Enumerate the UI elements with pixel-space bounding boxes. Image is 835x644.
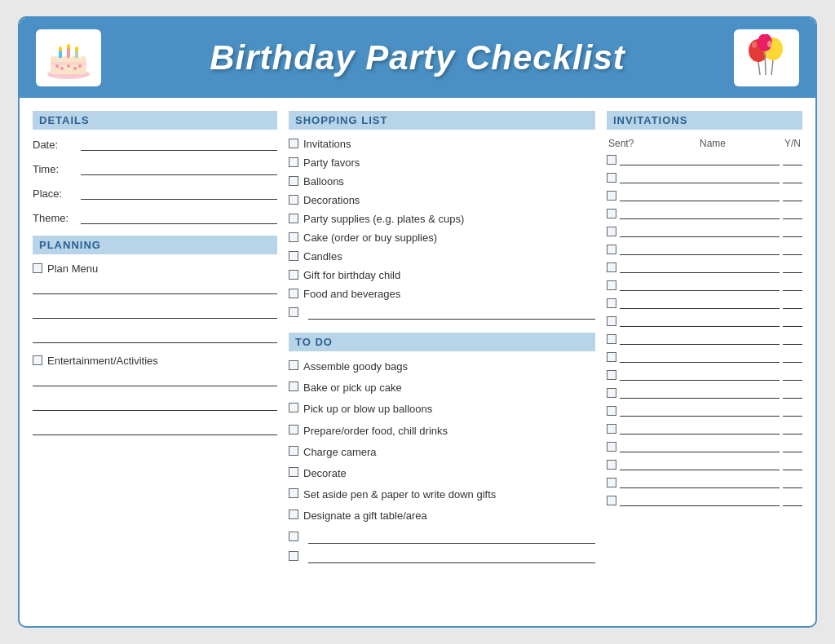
inv-yn-line-10[interactable]: [783, 333, 802, 345]
inv-name-line-8[interactable]: [620, 298, 780, 309]
inv-yn-line-3[interactable]: [783, 208, 802, 219]
todo-blank-9[interactable]: [308, 550, 595, 563]
inv-checkbox-16[interactable]: [607, 442, 616, 452]
inv-name-line-4[interactable]: [620, 226, 780, 237]
inv-checkbox-12[interactable]: [607, 370, 616, 380]
plan-menu-checkbox[interactable]: [33, 263, 42, 273]
inv-name-line-13[interactable]: [620, 387, 780, 399]
svg-line-17: [771, 60, 773, 75]
todo-checkbox-4[interactable]: [289, 446, 298, 456]
inv-checkbox-13[interactable]: [607, 388, 616, 398]
details-header: DETAILS: [33, 111, 277, 130]
todo-checkbox-0[interactable]: [289, 360, 298, 370]
inv-checkbox-8[interactable]: [607, 298, 616, 308]
shopping-checkbox-3[interactable]: [289, 195, 298, 205]
planning-blank-4[interactable]: [33, 373, 277, 386]
todo-checkbox-9[interactable]: [289, 551, 298, 561]
svg-point-8: [75, 46, 78, 51]
todo-checkbox-1[interactable]: [289, 382, 298, 391]
todo-checkbox-5[interactable]: [289, 467, 298, 477]
inv-yn-line-1[interactable]: [783, 172, 802, 183]
inv-yn-line-5[interactable]: [783, 244, 802, 255]
inv-yn-line-7[interactable]: [783, 280, 802, 291]
inv-name-line-14[interactable]: [620, 405, 780, 417]
inv-yn-line-13[interactable]: [783, 387, 802, 399]
shopping-checkbox-1[interactable]: [289, 157, 298, 167]
inv-yn-line-15[interactable]: [783, 423, 802, 434]
entertainment-checkbox[interactable]: [33, 355, 42, 365]
inv-yn-line-11[interactable]: [783, 351, 802, 363]
inv-yn-line-12[interactable]: [783, 369, 802, 381]
shopping-checkbox-4[interactable]: [289, 214, 298, 223]
inv-yn-line-17[interactable]: [783, 459, 802, 470]
inv-yn-line-14[interactable]: [783, 405, 802, 417]
inv-name-line-19[interactable]: [620, 495, 780, 506]
inv-name-line-5[interactable]: [620, 244, 780, 255]
shopping-checkbox-0[interactable]: [289, 139, 298, 148]
shopping-checkbox-6[interactable]: [289, 251, 298, 261]
inv-name-line-10[interactable]: [620, 333, 780, 345]
inv-checkbox-18[interactable]: [607, 478, 616, 487]
inv-yn-line-8[interactable]: [783, 298, 802, 309]
inv-yn-line-16[interactable]: [783, 441, 802, 452]
inv-yn-line-0[interactable]: [783, 154, 802, 165]
todo-checkbox-8[interactable]: [289, 532, 298, 541]
inv-yn-line-6[interactable]: [783, 262, 802, 273]
inv-checkbox-10[interactable]: [607, 334, 616, 344]
invitation-row: [607, 172, 802, 183]
theme-line[interactable]: [81, 211, 277, 224]
inv-yn-line-19[interactable]: [783, 495, 802, 506]
inv-name-line-11[interactable]: [620, 351, 780, 363]
inv-yn-line-9[interactable]: [783, 315, 802, 327]
inv-checkbox-4[interactable]: [607, 227, 616, 236]
todo-checkbox-6[interactable]: [289, 488, 298, 498]
inv-checkbox-1[interactable]: [607, 173, 616, 183]
inv-checkbox-5[interactable]: [607, 245, 616, 254]
inv-name-line-16[interactable]: [620, 441, 780, 452]
inv-name-line-6[interactable]: [620, 262, 780, 273]
inv-name-line-12[interactable]: [620, 369, 780, 381]
inv-name-line-17[interactable]: [620, 459, 780, 470]
inv-checkbox-7[interactable]: [607, 280, 616, 290]
planning-blank-5[interactable]: [33, 398, 277, 411]
inv-checkbox-9[interactable]: [607, 316, 616, 326]
inv-checkbox-3[interactable]: [607, 209, 616, 218]
inv-name-line-15[interactable]: [620, 423, 780, 434]
planning-blank-3[interactable]: [33, 330, 277, 343]
inv-checkbox-15[interactable]: [607, 424, 616, 434]
inv-checkbox-11[interactable]: [607, 352, 616, 362]
inv-checkbox-6[interactable]: [607, 262, 616, 272]
shopping-checkbox-7[interactable]: [289, 270, 298, 280]
inv-yn-line-18[interactable]: [783, 477, 802, 488]
todo-blank-8[interactable]: [308, 531, 595, 544]
inv-checkbox-2[interactable]: [607, 191, 616, 201]
inv-name-line-18[interactable]: [620, 477, 780, 488]
todo-checkbox-7[interactable]: [289, 509, 298, 519]
todo-checkbox-2[interactable]: [289, 403, 298, 412]
inv-name-line-3[interactable]: [620, 208, 780, 219]
planning-blank-2[interactable]: [33, 306, 277, 319]
inv-checkbox-19[interactable]: [607, 496, 616, 505]
shopping-blank-9[interactable]: [308, 307, 595, 320]
inv-name-line-7[interactable]: [620, 280, 780, 291]
todo-item-label-7: Designate a gift table/area: [303, 509, 427, 523]
inv-name-line-2[interactable]: [620, 190, 780, 201]
planning-blank-6[interactable]: [33, 422, 277, 435]
shopping-checkbox-8[interactable]: [289, 289, 298, 298]
planning-blank-1[interactable]: [33, 281, 277, 294]
inv-yn-line-4[interactable]: [783, 226, 802, 237]
inv-name-line-9[interactable]: [620, 315, 780, 327]
time-line[interactable]: [81, 162, 277, 175]
shopping-checkbox-9[interactable]: [289, 307, 298, 317]
inv-checkbox-17[interactable]: [607, 460, 616, 470]
shopping-checkbox-2[interactable]: [289, 176, 298, 186]
todo-checkbox-3[interactable]: [289, 425, 298, 434]
inv-name-line-0[interactable]: [620, 154, 780, 165]
inv-yn-line-2[interactable]: [783, 190, 802, 201]
shopping-checkbox-5[interactable]: [289, 232, 298, 242]
inv-checkbox-0[interactable]: [607, 155, 616, 165]
date-line[interactable]: [81, 138, 277, 151]
place-line[interactable]: [81, 187, 277, 200]
inv-checkbox-14[interactable]: [607, 406, 616, 416]
inv-name-line-1[interactable]: [620, 172, 780, 183]
